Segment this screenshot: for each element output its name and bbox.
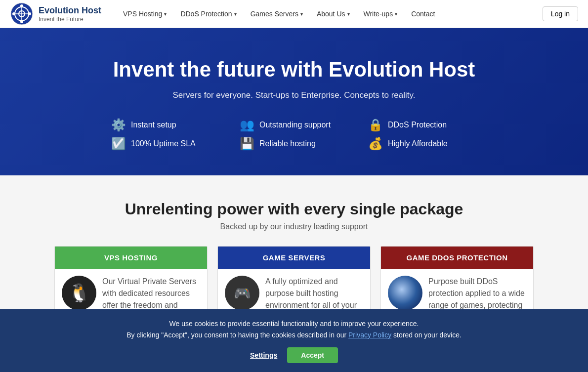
team-icon: 👥 (240, 118, 254, 132)
nav-item-ddos[interactable]: DDoS Protection ▾ (173, 0, 243, 28)
login-button[interactable]: Log in (543, 6, 578, 21)
feature-reliable-hosting: 💾 Reliable hosting (240, 137, 348, 151)
cookie-message: We use cookies to provide essential func… (20, 318, 568, 340)
hero-section: Invent the future with Evolution Host Se… (0, 28, 588, 175)
nav-item-about[interactable]: About Us ▾ (310, 0, 357, 28)
hero-features: ⚙️ Instant setup 👥 Outstanding support 🔒… (96, 118, 492, 151)
cookie-accept-button[interactable]: Accept (287, 347, 338, 363)
chevron-down-icon: ▾ (395, 11, 397, 17)
chevron-down-icon: ▾ (347, 11, 350, 17)
main-heading: Unrelenting power with every single pack… (20, 200, 568, 218)
feature-ddos-protection: 🔒 DDoS Protection (368, 118, 477, 132)
nav-item-games[interactable]: Games Servers ▾ (244, 0, 310, 28)
nav-item-writeups[interactable]: Write-ups ▾ (357, 0, 405, 28)
navbar: Evolution Host Invent the Future VPS Hos… (0, 0, 588, 28)
gear-icon: ⚙️ (111, 118, 126, 132)
card-ddos-image (388, 276, 422, 310)
nav-item-vps[interactable]: VPS Hosting ▾ (116, 0, 173, 28)
cookie-privacy-link[interactable]: Privacy Policy (348, 331, 391, 339)
chevron-down-icon: ▾ (164, 11, 167, 17)
hero-heading: Invent the future with Evolution Host (10, 58, 578, 82)
money-icon: 💰 (368, 137, 383, 151)
feature-highly-affordable: 💰 Highly Affordable (368, 137, 477, 151)
nav-links: VPS Hosting ▾ DDoS Protection ▾ Games Se… (116, 0, 543, 28)
lock-icon: 🔒 (368, 118, 383, 132)
main-subheading: Backed up by our industry leading suppor… (20, 222, 568, 231)
hero-subheading: Servers for everyone. Start-ups to Enter… (10, 90, 578, 100)
feature-instant-setup: ⚙️ Instant setup (111, 118, 220, 132)
card-game-header: GAME SERVERS (218, 247, 370, 269)
nav-item-contact[interactable]: Contact (404, 0, 442, 28)
cookie-settings-button[interactable]: Settings (250, 347, 277, 363)
card-game-image: 🎮 (225, 276, 259, 310)
card-vps-image: 🐧 (62, 276, 96, 310)
cookie-actions: Settings Accept (20, 347, 568, 363)
server-icon: 💾 (240, 137, 254, 151)
logo-subtitle: Invent the Future (39, 16, 101, 23)
logo-title: Evolution Host (39, 5, 101, 16)
cookie-banner: We use cookies to provide essential func… (0, 309, 588, 372)
linux-icon: 🐧 (68, 283, 90, 303)
feature-outstanding-support: 👥 Outstanding support (240, 118, 348, 132)
card-vps-header: VPS HOSTING (55, 247, 207, 269)
checkmark-icon: ☑️ (111, 137, 126, 151)
logo-link[interactable]: Evolution Host Invent the Future (10, 2, 101, 26)
feature-uptime-sla: ☑️ 100% Uptime SLA (111, 137, 220, 151)
chevron-down-icon: ▾ (300, 11, 303, 17)
chevron-down-icon: ▾ (234, 11, 237, 17)
logo-icon (10, 2, 34, 26)
card-ddos-header: GAME DDOS PROTECTION (381, 247, 533, 269)
